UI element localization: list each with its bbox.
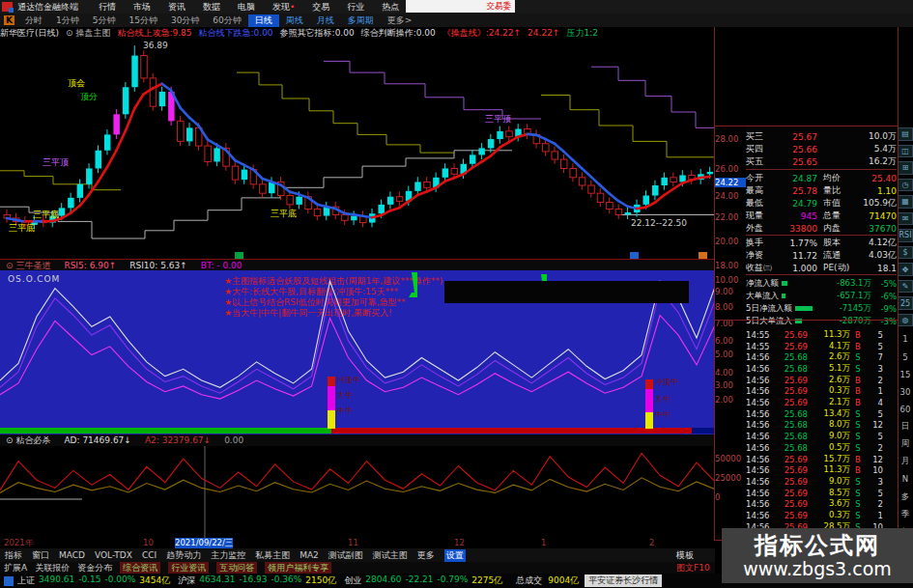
bull-label: 中牛 (655, 409, 670, 420)
period-item-1分钟[interactable]: 1分钟 (49, 14, 86, 27)
flow-label: 5日大单流入 (746, 316, 792, 327)
tab-资金分布[interactable]: 资金分布 (77, 562, 112, 574)
time-label: 10 (143, 538, 154, 547)
tick-side: B (850, 455, 866, 464)
flow-pct: -3% (871, 317, 897, 326)
tick-time: 14:56 (746, 499, 775, 509)
ad-indicator-pane[interactable] (0, 446, 715, 538)
tick-volume: 4.1万 (808, 341, 850, 352)
toolbar-period-多[interactable]: 多 (901, 489, 910, 506)
toolbar-period-日[interactable]: 日 (901, 418, 910, 435)
period-item-更多>[interactable]: 更多> (381, 14, 419, 27)
tab-扩展A[interactable]: 扩展A (4, 562, 27, 574)
period-item-15分钟[interactable]: 15分钟 (122, 14, 163, 27)
tab-MA2[interactable]: MA2 (300, 550, 319, 560)
tab-主力监控[interactable]: 主力监控 (211, 549, 245, 562)
tick-price: 25.68 (775, 364, 808, 374)
period-items[interactable]: 分时1分钟5分钟15分钟30分钟60分钟日线周线月线多周期更多> (18, 14, 418, 27)
tab-综合资讯[interactable]: 综合资讯 (120, 562, 160, 574)
trade-popup-label[interactable]: 交易委 (487, 1, 516, 13)
tab-领用户福利专享[interactable]: 领用户福利专享 (265, 562, 331, 574)
menu-item-电脑[interactable]: 电脑 (229, 1, 264, 14)
tab-指标[interactable]: 指标 (5, 549, 22, 562)
menu-item-发现[interactable]: 发现• (264, 1, 303, 14)
period-item-日线[interactable]: 日线 (248, 14, 279, 27)
tab-MACD[interactable]: MACD (59, 550, 85, 560)
index-quotes: 上证3490.61-0.15-0.00%3454亿沪深4634.31-16.93… (17, 574, 510, 587)
tab-更多[interactable]: 更多 (417, 549, 435, 562)
tick-volume: 2.6万 (808, 375, 850, 386)
tab-测试副图[interactable]: 测试副图 (328, 549, 363, 562)
tick-price: 25.69 (775, 489, 808, 498)
right-toolbar[interactable]: ▤◫⊞◷▦✉RSI$✥✎25◍15153060日周月N多季年 (898, 127, 913, 541)
trade-popup-patch[interactable]: 交易委 (406, 0, 515, 13)
toolbar-period-N[interactable]: N (902, 470, 908, 488)
period-item-30分钟[interactable]: 30分钟 (164, 14, 206, 27)
stat-label: 流通 (817, 249, 856, 262)
period-item-月线[interactable]: 月线 (310, 14, 341, 27)
stat-row: 净资11.72流通4.03亿 (746, 249, 897, 262)
menu-item-行业[interactable]: 行业 (338, 1, 373, 14)
toolbar-icon-▦[interactable]: ▦ (898, 195, 913, 209)
toolbar-icon-◫[interactable]: ◫ (898, 145, 913, 158)
menu-item-热点[interactable]: 热点 (373, 1, 408, 14)
tab-互动问答[interactable]: 互动问答 (216, 562, 257, 574)
tick-price: 25.68 (775, 409, 808, 419)
tab-行业资讯[interactable]: 行业资讯 (168, 562, 209, 574)
period-item-5分钟[interactable]: 5分钟 (86, 14, 123, 27)
toolbar-icon-✎[interactable]: ✎ (898, 280, 913, 294)
toolbar-period-60[interactable]: 60 (900, 401, 911, 418)
tab-私募主图[interactable]: 私募主图 (255, 549, 290, 562)
menu-item-数据[interactable]: 数据 (194, 1, 229, 14)
toolbar-icon-▤[interactable]: ▤ (898, 127, 913, 141)
toolbar-period-月[interactable]: 月 (901, 453, 910, 470)
toolbar-icon-RSI[interactable]: RSI (898, 229, 913, 242)
toolbar-icon-✉[interactable]: ✉ (898, 212, 913, 226)
toolbar-icon-◍[interactable]: ◍ (898, 314, 913, 327)
menu-item-行情[interactable]: 行情 (90, 1, 125, 14)
axis-label: 24.22 (715, 178, 746, 187)
period-item-分时[interactable]: 分时 (18, 14, 49, 27)
tab-VOL-TDX[interactable]: VOL-TDX (95, 550, 132, 560)
period-item-多周期[interactable]: 多周期 (341, 14, 381, 27)
tab-设置[interactable]: 设置 (444, 549, 466, 562)
toolbar-period-5[interactable]: 5 (902, 349, 907, 366)
tab-趋势动力[interactable]: 趋势动力 (166, 549, 201, 562)
tab-CCI[interactable]: CCI (142, 550, 157, 560)
watermark-url: www.zbgs3.com (743, 558, 892, 579)
status-icon[interactable] (4, 576, 14, 586)
info-tabs[interactable]: 扩展A关联报价资金分布综合资讯行业资讯互动问答领用户福利专享 (0, 562, 715, 574)
indicator-tabs[interactable]: 指标窗口MACDVOL-TDXCCI趋势动力主力监控私募主图MA2测试副图测试主… (0, 548, 715, 562)
quote-panel[interactable]: 买三25.6710.0万买四25.665.4万买五25.6516.2万今开24.… (746, 126, 897, 541)
tab-关联报价[interactable]: 关联报价 (35, 562, 70, 574)
toolbar-period-周[interactable]: 周 (901, 435, 910, 453)
toolbar-period-15[interactable]: 15 (900, 366, 911, 383)
toolbar-period-30[interactable]: 30 (900, 383, 911, 401)
pane3-title-item: 0.00 (224, 435, 243, 445)
toolbar-period-1[interactable]: 1 (902, 330, 907, 348)
menu-item-市场[interactable]: 市场 (125, 1, 159, 14)
main-candlestick-pane[interactable]: 36.89顶会顶分三平顶三平底三平底三平底三平顶22.12--22.50 (0, 39, 715, 259)
info-item: 《操盘线》:24.22↑ (442, 27, 521, 39)
toolbar-icon-$[interactable]: $ (898, 246, 913, 260)
axis-label: 10.00 (715, 275, 746, 285)
stat-row: 现量945总量71470 (746, 210, 897, 222)
rsi-indicator-pane[interactable]: OS.O.COM ★主图指标适合妖股及短线狙击(周期1年,建议***操作**)★… (0, 270, 715, 434)
index-value: 3490.61 (39, 574, 74, 587)
menu-item-资讯[interactable]: 资讯 (159, 1, 194, 14)
kline-icon[interactable]: K (4, 15, 14, 25)
menu-item-交易[interactable]: 交易 (303, 1, 338, 14)
toolbar-icon-25[interactable]: 25 (898, 296, 913, 310)
tab-测试主图[interactable]: 测试主图 (373, 549, 408, 562)
info-item: 新华医疗(日线) (0, 27, 59, 39)
menu-bar[interactable]: 行情市场资讯数据电脑发现•交易行业热点L1L2 (90, 1, 446, 14)
toolbar-icon-◷[interactable]: ◷ (898, 179, 913, 192)
toolbar-period-季[interactable]: 季 (901, 506, 910, 523)
tab-窗口[interactable]: 窗口 (32, 549, 49, 562)
pane3-title-bar[interactable]: ⊙ 粘合必杀AD: 71469.67↓A2: 32379.67↓0.00 (0, 434, 715, 446)
axis-label: 9.00 (715, 287, 746, 296)
toolbar-icon-⊞[interactable]: ⊞ (898, 161, 913, 175)
period-item-60分钟[interactable]: 60分钟 (206, 14, 247, 27)
toolbar-icon-✥[interactable]: ✥ (898, 263, 913, 276)
period-item-周线[interactable]: 周线 (279, 14, 310, 27)
